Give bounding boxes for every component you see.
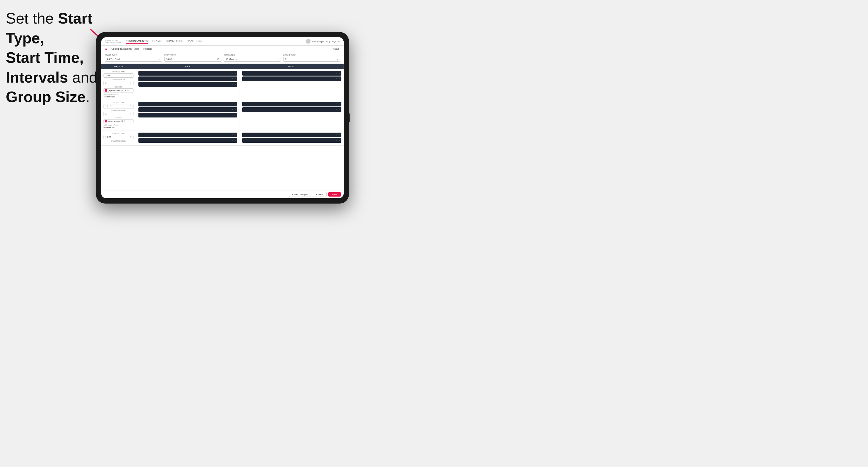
team2-cell-1: ✕ ✎ ✕ ✎ bbox=[240, 69, 344, 100]
starting-time-value-1[interactable]: 10:00 ⏱ bbox=[103, 73, 133, 77]
time-clock-icon-2: ⏱ bbox=[130, 105, 132, 107]
user-avatar bbox=[306, 39, 311, 43]
slot-edit-6-2[interactable]: ✎ bbox=[339, 139, 340, 142]
add-group-2[interactable]: + Add Group bbox=[103, 126, 133, 128]
slot-x-1-2[interactable]: ✕ bbox=[232, 77, 234, 80]
remove-group-1[interactable]: ○ Remove Group bbox=[103, 93, 133, 95]
logo: SCOREBOARD Powered by clippd bbox=[105, 39, 122, 43]
slot-x-3-2[interactable]: ✕ bbox=[232, 108, 234, 111]
slot-actions-1-3: ✕ ✎ bbox=[232, 83, 236, 86]
starting-hole-value-2[interactable]: 1 ⇕ bbox=[103, 112, 133, 116]
starting-hole-label-2: STARTING HOLE: bbox=[103, 109, 133, 111]
start-type-field: Start Type 1st Tee Start ▾ bbox=[105, 54, 162, 62]
table-row: STARTING TIME: 10:20 ⏱ STARTING HOLE: ✕ … bbox=[101, 131, 344, 146]
slot-x-6-2[interactable]: ✕ bbox=[336, 139, 338, 142]
slot-actions-2-2: ✕ ✎ bbox=[336, 77, 340, 80]
instruction-line2: Start Time, bbox=[6, 49, 84, 66]
slot-edit-5-2[interactable]: ✎ bbox=[235, 139, 236, 142]
remove-group-2[interactable]: ○ Remove Group bbox=[103, 124, 133, 126]
slot-edit-1-1[interactable]: ✎ bbox=[235, 72, 236, 74]
starting-time-value-3[interactable]: 10:20 ⏱ bbox=[103, 135, 133, 139]
player-slot-6-2: ✕ ✎ bbox=[242, 138, 341, 143]
breadcrumb: C › Clippd Invitational (Mar) › Hosting bbox=[105, 47, 152, 51]
tee-actions-2: ○ Remove Group + Add Group bbox=[103, 124, 133, 128]
time-clock-icon-1: ⏱ bbox=[130, 74, 132, 76]
slot-actions-5-1: ✕ ✎ bbox=[232, 134, 236, 136]
group-size-value: 3 bbox=[285, 58, 286, 61]
intervals-label: Intervals bbox=[224, 54, 281, 56]
slot-x-2-1[interactable]: ✕ bbox=[336, 72, 338, 74]
slot-x-1-3[interactable]: ✕ bbox=[232, 83, 234, 86]
nav-tab-teams[interactable]: TEAMS bbox=[152, 39, 162, 43]
slot-x-4-2[interactable]: ✕ bbox=[336, 108, 338, 111]
course-x-2: ✕ bbox=[121, 120, 123, 122]
intervals-chevron: ▾ bbox=[278, 58, 279, 61]
group-size-field: Group Size 3 ▾ bbox=[283, 54, 341, 62]
nav-right: blair@clippd.io | Sign out bbox=[306, 39, 340, 43]
tee-time-cell-1: STARTING TIME: 10:00 ⏱ STARTING HOLE: 1 … bbox=[101, 69, 136, 100]
slot-edit-3-3[interactable]: ✎ bbox=[235, 114, 236, 116]
nav-bar: SCOREBOARD Powered by clippd TOURNAMENTS… bbox=[101, 37, 344, 45]
slot-x-5-1[interactable]: ✕ bbox=[232, 134, 234, 136]
slot-x-6-1[interactable]: ✕ bbox=[336, 134, 338, 136]
slot-edit-5-1[interactable]: ✎ bbox=[235, 134, 236, 136]
slot-edit-3-2[interactable]: ✎ bbox=[235, 108, 236, 111]
intervals-select[interactable]: 10 Minutes ▾ bbox=[224, 57, 281, 62]
slot-x-3-3[interactable]: ✕ bbox=[232, 114, 234, 116]
hosting-section: Hosting bbox=[143, 48, 152, 50]
start-type-select[interactable]: 1st Tee Start ▾ bbox=[105, 57, 162, 62]
slot-edit-6-1[interactable]: ✎ bbox=[339, 134, 340, 136]
course-remove-1[interactable]: ⊕ bbox=[127, 89, 129, 92]
sign-out-link[interactable]: Sign out bbox=[332, 40, 340, 43]
course-remove-2[interactable]: ⊕ bbox=[124, 120, 125, 122]
slot-edit-2-2[interactable]: ✎ bbox=[339, 77, 340, 80]
player-slot-3-3: ✕ ✎ bbox=[138, 113, 237, 118]
slot-actions-6-2: ✕ ✎ bbox=[336, 139, 340, 142]
slot-edit-1-2[interactable]: ✎ bbox=[235, 77, 236, 80]
breadcrumb-row: C › Clippd Invitational (Mar) › Hosting … bbox=[101, 45, 344, 52]
group-size-select[interactable]: 3 ▾ bbox=[283, 57, 341, 62]
team1-cell-3: ✕ ✎ ✕ ✎ bbox=[136, 131, 240, 146]
intervals-value: 10 Minutes bbox=[226, 58, 237, 61]
start-time-select[interactable]: 10:00 ⏱ bbox=[164, 57, 222, 62]
player-slot-2-2: ✕ ✎ bbox=[242, 76, 341, 81]
slot-x-5-2[interactable]: ✕ bbox=[232, 139, 234, 142]
clock-icon: ⏱ bbox=[217, 58, 219, 61]
nav-tab-committee[interactable]: COMMITTEE bbox=[166, 39, 183, 43]
group-size-chevron: ▾ bbox=[337, 58, 338, 61]
course-label-1: COURSE: bbox=[103, 86, 133, 88]
team2-cell-3: ✕ ✎ ✕ ✎ bbox=[240, 131, 344, 146]
starting-time-value-2[interactable]: 10:10 ⏱ bbox=[103, 104, 133, 108]
starting-hole-value-1[interactable]: 1 ⇕ bbox=[103, 81, 133, 85]
slot-x-2-2[interactable]: ✕ bbox=[336, 77, 338, 80]
slot-x-1-1[interactable]: ✕ bbox=[232, 72, 234, 74]
slot-edit-4-1[interactable]: ✎ bbox=[339, 103, 340, 105]
nav-tab-tournaments[interactable]: TOURNAMENTS bbox=[126, 39, 148, 43]
back-button[interactable]: ‹ Back bbox=[333, 48, 340, 50]
nav-separator: | bbox=[330, 40, 330, 43]
player-slot-3-2: ✕ ✎ bbox=[138, 107, 237, 112]
slot-edit-2-1[interactable]: ✎ bbox=[339, 72, 340, 74]
slot-edit-4-2[interactable]: ✎ bbox=[339, 108, 340, 111]
logo-sub: Powered by clippd bbox=[105, 41, 122, 43]
slot-actions-4-1: ✕ ✎ bbox=[336, 103, 340, 105]
hole-arrows-1: ⇕ bbox=[130, 82, 132, 84]
nav-tab-rankings[interactable]: RANKINGS bbox=[187, 39, 202, 43]
cancel-button[interactable]: Cancel bbox=[313, 192, 327, 197]
slot-x-3-1[interactable]: ✕ bbox=[232, 103, 234, 105]
save-button[interactable]: Save bbox=[328, 192, 341, 196]
start-time-field: Start Time 10:00 ⏱ bbox=[164, 54, 222, 62]
starting-time-label-2: STARTING TIME: bbox=[103, 102, 133, 103]
tablet-frame: SCOREBOARD Powered by clippd TOURNAMENTS… bbox=[96, 32, 349, 204]
course-name-2: East Lake GC bbox=[108, 120, 121, 122]
slot-edit-1-3[interactable]: ✎ bbox=[235, 83, 236, 86]
course-x-1: ✕ bbox=[125, 89, 126, 92]
slot-edit-3-1[interactable]: ✎ bbox=[235, 103, 236, 105]
reset-changes-button[interactable]: Reset Changes bbox=[289, 192, 311, 197]
player-slot-4-2: ✕ ✎ bbox=[242, 107, 341, 112]
course-name-1: (A) Peachtree GC bbox=[108, 90, 124, 92]
slot-x-4-1[interactable]: ✕ bbox=[336, 103, 338, 105]
add-group-1[interactable]: + Add Group bbox=[103, 96, 133, 98]
tournament-name[interactable]: Clippd Invitational (Mar) bbox=[112, 48, 139, 50]
breadcrumb-sep1: › bbox=[109, 48, 110, 50]
